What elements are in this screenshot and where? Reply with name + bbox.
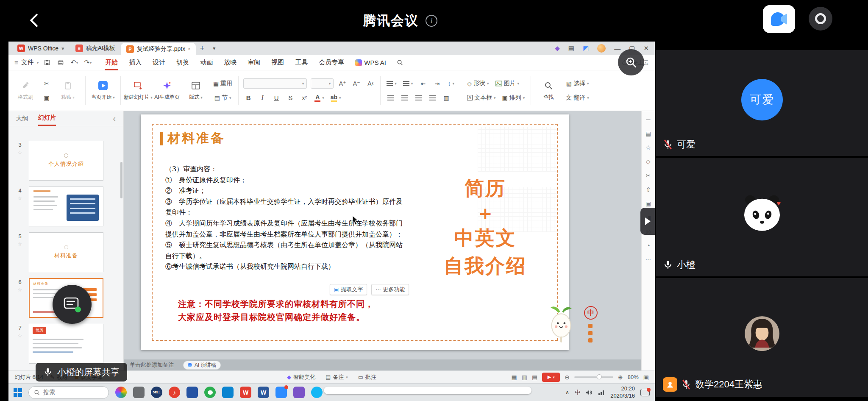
strikethrough-button[interactable]: S xyxy=(285,93,295,103)
panel-expand-toggle[interactable] xyxy=(640,208,655,235)
menu-item-review[interactable]: 审阅 xyxy=(242,55,266,70)
browser-app-icon[interactable] xyxy=(222,387,234,398)
star-icon[interactable]: ☆ xyxy=(18,241,22,247)
slide-thumbnail-4[interactable]: 4☆ xyxy=(14,187,123,226)
menu-item-transition[interactable]: 切换 xyxy=(171,55,195,70)
zoom-in-overlay-button[interactable] xyxy=(618,49,644,75)
save-button[interactable] xyxy=(42,58,52,68)
picture-button[interactable]: 图片▾ xyxy=(494,78,521,89)
layout-button[interactable]: 版式▾ xyxy=(183,73,209,108)
reading-view-button[interactable]: ▤ xyxy=(532,374,537,381)
wps-home-tab[interactable]: W WPS Office ▾ xyxy=(12,42,70,55)
smart-beautify-button[interactable]: ◆智能美化 xyxy=(287,373,315,381)
network-icon[interactable] xyxy=(598,390,605,395)
rail-collapse-icon[interactable]: ─ xyxy=(646,116,651,123)
star-icon[interactable]: ☆ xyxy=(18,150,22,156)
font-family-select[interactable]: ▾ xyxy=(243,78,307,89)
participant-tile-wangzihui[interactable]: 数学2204王紫惠 xyxy=(656,278,868,397)
cyan-app-icon[interactable] xyxy=(311,387,323,398)
back-button[interactable] xyxy=(25,11,43,30)
pin-tab-icon[interactable]: ▫ xyxy=(188,46,190,52)
align-right-button[interactable] xyxy=(413,93,423,103)
thumbnail-scrollbar[interactable] xyxy=(120,162,122,198)
zoom-slider-thumb[interactable] xyxy=(597,374,602,379)
reuse-button[interactable]: ▦重用 xyxy=(212,78,234,89)
close-button[interactable]: ✕ xyxy=(643,45,649,52)
rail-export-icon[interactable]: ⇧ xyxy=(646,186,651,193)
wechat-app-icon[interactable] xyxy=(204,387,216,398)
slide-thumbnail-7[interactable]: 7☆ 简历 xyxy=(14,324,123,364)
action-center-icon[interactable] xyxy=(640,389,650,396)
paste-button[interactable]: 粘贴▾ xyxy=(55,73,81,108)
increase-indent-button[interactable]: ⇥ xyxy=(432,78,442,89)
blue-app-icon[interactable] xyxy=(186,387,198,398)
print-button[interactable] xyxy=(56,58,66,68)
menu-item-view[interactable]: 视图 xyxy=(266,55,289,70)
decrease-font-button[interactable]: A⁻ xyxy=(351,78,362,89)
slide-canvas[interactable]: 材料准备 （3）审查内容： ① 身份证原件及复印件； ② 准考证； ③ 学历学位… xyxy=(141,114,569,350)
arrange-button[interactable]: ▣排列▾ xyxy=(501,93,526,103)
align-left-button[interactable] xyxy=(385,93,395,103)
word-app-icon[interactable]: W xyxy=(258,387,269,398)
gray-app-icon[interactable] xyxy=(133,387,145,398)
record-indicator[interactable] xyxy=(809,7,832,31)
menu-item-design[interactable]: 设计 xyxy=(147,55,171,70)
undo-button[interactable]: ↶▾ xyxy=(69,58,79,68)
justify-button[interactable] xyxy=(427,93,437,103)
zoom-out-button[interactable]: ⊖ xyxy=(565,374,570,381)
account-avatar[interactable] xyxy=(597,44,606,53)
more-functions-button[interactable]: ⋯更多功能 xyxy=(371,284,409,295)
font-color-button[interactable]: A▾ xyxy=(313,93,326,103)
meeting-app-icon[interactable] xyxy=(275,387,287,398)
section-button[interactable]: ▤节▾ xyxy=(212,93,234,103)
music-app-icon[interactable]: ♪ xyxy=(169,387,180,398)
format-painter-button[interactable]: 格式刷 xyxy=(13,73,38,108)
redo-button[interactable]: ↷▾ xyxy=(83,58,93,68)
file-menu[interactable]: ≡ 文件 ▾ xyxy=(14,58,39,67)
taskbar-clock[interactable]: 20:20 2020/3/16 xyxy=(610,385,635,399)
copy-button[interactable]: ▣ xyxy=(42,93,52,103)
ai-speech-button[interactable]: AI 演讲稿 xyxy=(183,361,221,370)
minimize-button[interactable]: — xyxy=(614,45,620,52)
sorter-view-button[interactable]: ▥ xyxy=(522,374,527,381)
star-icon[interactable]: ☆ xyxy=(18,333,22,339)
superscript-button[interactable]: x² xyxy=(299,93,309,103)
screen-share-banner[interactable]: 小橙的屏幕共享 xyxy=(36,363,127,382)
template-tab[interactable]: ≡ 稿壳AI模板 xyxy=(70,42,121,55)
fit-window-button[interactable]: ▣ xyxy=(643,374,649,381)
star-icon[interactable]: ☆ xyxy=(18,287,22,293)
menu-item-wps-ai[interactable]: WPS AI xyxy=(350,55,392,70)
volume-icon[interactable] xyxy=(586,390,593,395)
slide-body-text[interactable]: （3）审查内容： ① 身份证原件及复印件； ② 准考证； ③ 学历学位证（应届本… xyxy=(165,164,406,272)
new-tab-button[interactable]: + xyxy=(196,42,209,55)
wps-app-icon[interactable]: W xyxy=(240,387,251,398)
decrease-indent-button[interactable]: ⇤ xyxy=(418,78,428,89)
normal-view-button[interactable]: ▦ xyxy=(512,374,517,381)
distribute-button[interactable]: ▥ xyxy=(441,93,451,103)
align-center-button[interactable] xyxy=(399,93,409,103)
italic-button[interactable]: I xyxy=(257,93,267,103)
rail-favorites-icon[interactable]: ☆ xyxy=(645,144,651,151)
tab-slides[interactable]: 幻灯片 xyxy=(38,111,56,126)
textbox-button[interactable]: A文本框▾ xyxy=(466,93,497,103)
translate-button[interactable]: 文翻译▾ xyxy=(565,93,590,103)
participant-tile-xiaocheng[interactable]: ♥ 小橙 xyxy=(656,158,868,276)
clear-format-button[interactable]: Aᵡ xyxy=(365,78,376,89)
rail-history-icon[interactable]: ◔ xyxy=(646,242,650,249)
find-button[interactable]: 查找 xyxy=(536,73,561,108)
menu-item-insert[interactable]: 插入 xyxy=(123,55,147,70)
select-button[interactable]: ▧选择▾ xyxy=(565,78,590,89)
extract-text-button[interactable]: ▣提取文字 xyxy=(330,284,367,295)
member-diamond-icon[interactable]: ◆ xyxy=(555,45,560,52)
slide-thumbnail-3[interactable]: 3☆ 个人情况介绍 xyxy=(14,141,123,181)
star-icon[interactable]: ☆ xyxy=(18,195,22,201)
notes-toggle-button[interactable]: ▤备注▾ xyxy=(326,373,348,381)
slide-title-block[interactable]: 材料准备 xyxy=(160,130,225,147)
slide-warning-note[interactable]: 注意：不同学校学院所要求的审核材料有所不同， 大家应及时登录目标院校官网确定并做… xyxy=(178,298,374,324)
floating-annotation-button[interactable] xyxy=(53,285,92,324)
taskbar-search-input[interactable]: 搜索 xyxy=(28,386,109,399)
horizontal-scrollbar[interactable] xyxy=(324,387,531,394)
menu-item-member[interactable]: 会员专享 xyxy=(313,55,350,70)
line-spacing-button[interactable]: ↕▾ xyxy=(446,78,456,89)
shapes-button[interactable]: ◇形状▾ xyxy=(466,78,490,89)
